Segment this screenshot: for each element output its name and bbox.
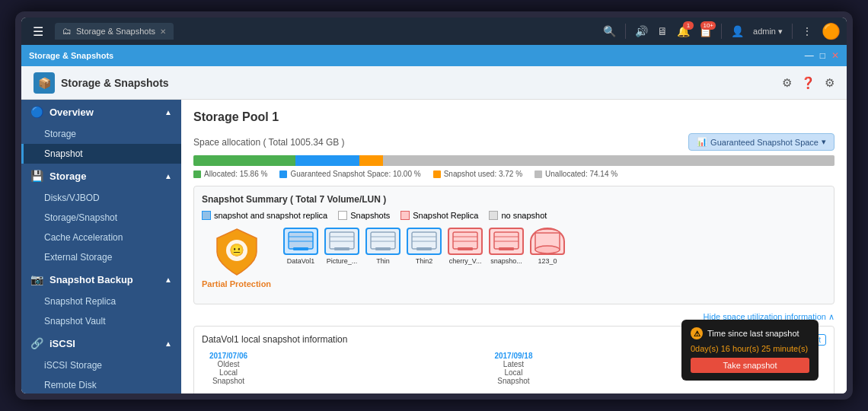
legend-snap-replica2: Snapshot Replica [400, 211, 478, 220]
allocated-dot [193, 170, 201, 178]
taskbar-right: 🔍 🔊 🖥 🔔 1 📋 10+ 👤 admin ▾ [603, 22, 841, 40]
more-icon[interactable]: ⋮ [802, 25, 812, 37]
display-icon[interactable]: 🖥 [657, 25, 668, 37]
iscsi-arrow: ▲ [164, 339, 172, 348]
snapshot-legend: snapshot and snapshot replica Snapshots … [202, 211, 826, 220]
guaranteed-snapshot-button[interactable]: 📊 Guaranteed Snapshot Space ▾ [688, 133, 834, 151]
shield-icon: 😐 [214, 228, 260, 276]
vol-icon-thin2 [407, 228, 442, 255]
oldest-label: Oldest [209, 360, 247, 368]
vol-item-snapsho[interactable]: snapsho... [489, 228, 524, 265]
app-title: Storage & Snapshots [61, 77, 169, 89]
overview-label: Overview [49, 107, 94, 118]
vol-item-123[interactable]: 123_0 [530, 228, 565, 265]
search-icon[interactable]: 🔍 [603, 25, 616, 37]
volume-icons: DataVol1 Picture_... [283, 228, 565, 265]
app-tab[interactable]: 🗂 Storage & Snapshots ✕ [55, 23, 174, 40]
gear-icon[interactable]: ⚙ [825, 76, 834, 90]
app-header-right: ⚙ ❓ ⚙ [782, 76, 834, 90]
sidebar-item-external[interactable]: External Storage [21, 247, 181, 267]
sidebar-item-storage[interactable]: Storage [21, 124, 181, 144]
divider [625, 24, 626, 39]
svg-rect-18 [453, 232, 477, 249]
guaranteed-btn-label: Guaranteed Snapshot Space [710, 138, 819, 147]
tab-close-icon[interactable]: ✕ [160, 27, 166, 36]
shield-container: 😐 Partial Protection [202, 228, 271, 288]
avatar-icon[interactable]: 🟠 [822, 22, 841, 40]
sidebar-overview[interactable]: 🔵 Overview ▲ [21, 100, 181, 124]
svg-rect-25 [499, 247, 514, 250]
toast-header-row: ⚠ Time since last snapshot [691, 327, 809, 339]
notification-icon[interactable]: 🔔 1 [677, 25, 690, 37]
latest-date-group: 2017/09/18 Latest Local Snapshot [494, 352, 532, 385]
sidebar-item-snapshot[interactable]: Snapshot [21, 144, 181, 164]
vol-icon-snapsho [489, 228, 524, 255]
apps-icon[interactable]: 📋 10+ [699, 25, 712, 37]
toast-time: 0day(s) 16 hour(s) 25 minute(s) [691, 344, 809, 353]
guaranteed-bar [295, 155, 359, 166]
admin-dropdown-icon: ▾ [778, 27, 783, 37]
menu-button[interactable]: ☰ [27, 21, 49, 42]
guaranteed-dropdown-icon: ▾ [822, 137, 826, 147]
sidebar-iscsi[interactable]: 🔗 iSCSI ▲ [21, 331, 181, 355]
legend-allocated: Allocated: 15.86 % [193, 170, 267, 178]
vol-icon-123 [530, 228, 565, 255]
apps-badge: 10+ [700, 21, 716, 30]
taskbar: ☰ 🗂 Storage & Snapshots ✕ 🔍 🔊 🖥 🔔 1 📋 10… [21, 18, 847, 45]
sidebar-item-iscsi-storage[interactable]: iSCSI Storage [21, 355, 181, 375]
storage-icon: 💾 [30, 170, 43, 182]
no-snap-label: no snapshot [501, 211, 547, 220]
window-bar: Storage & Snapshots — □ ✕ [21, 45, 847, 66]
sidebar-storage-section[interactable]: 💾 Storage ▲ [21, 164, 181, 188]
settings-icon[interactable]: ⚙ [782, 76, 792, 90]
space-legend: Allocated: 15.86 % Guaranteed Snapshot S… [193, 170, 834, 178]
app-logo: 📦 Storage & Snapshots [34, 72, 169, 94]
app-area: 📦 Storage & Snapshots ⚙ ❓ ⚙ 🔵 Overview ▲ [21, 66, 847, 393]
oldest-date: 2017/07/06 [209, 352, 247, 360]
snapshot-used-label: Snapshot used: 3.72 % [444, 170, 522, 178]
sidebar-item-snapshot-vault[interactable]: Snapshot Vault [21, 311, 181, 331]
legend-snap-replica: snapshot and snapshot replica [202, 211, 327, 220]
storage-arrow: ▲ [164, 172, 172, 180]
legend-no-snapshot: no snapshot [489, 211, 547, 220]
tab-icon: 🗂 [62, 26, 72, 37]
snapshots-box [338, 211, 347, 220]
sidebar: 🔵 Overview ▲ Storage Snapshot 💾 Storage … [21, 100, 181, 393]
oldest-date-group: 2017/07/06 Oldest Local Snapshot [209, 352, 247, 385]
datavol-title: DataVol1 local snapshot information [202, 334, 347, 346]
vol-label-123: 123_0 [538, 257, 557, 265]
snapshot-backup-label: Snapshot Backup [49, 274, 133, 285]
partial-protection-text: Partial Protection [202, 279, 271, 288]
snapshot-summary: Snapshot Summary ( Total 7 Volume/LUN ) … [193, 186, 834, 304]
volume-icon[interactable]: 🔊 [635, 25, 648, 37]
sidebar-item-snapshot-replica[interactable]: Snapshot Replica [21, 292, 181, 311]
minimize-button[interactable]: — [805, 50, 814, 61]
toast-warning-icon: ⚠ [691, 327, 703, 339]
vol-item-picture[interactable]: Picture_... [324, 228, 359, 265]
vol-item-thin2[interactable]: Thin2 [407, 228, 442, 265]
snap-replica2-box [400, 211, 410, 220]
maximize-button[interactable]: □ [820, 50, 825, 61]
space-header: Space allocation ( Total 1005.34 GB ) 📊 … [193, 133, 834, 151]
vol-icon-cherry [448, 228, 483, 255]
sidebar-item-storage-snapshot[interactable]: Storage/Snapshot [21, 208, 181, 228]
take-snapshot-button[interactable]: Take snapshot [691, 358, 809, 373]
sidebar-snapshot-backup[interactable]: 📷 Snapshot Backup ▲ [21, 267, 181, 292]
divider2 [721, 24, 722, 39]
sidebar-item-remote-disk[interactable]: Remote Disk [21, 375, 181, 393]
admin-dropdown[interactable]: admin ▾ [753, 27, 783, 37]
vol-item-cherry[interactable]: cherry_V... [448, 228, 483, 265]
app-header: 📦 Storage & Snapshots ⚙ ❓ ⚙ [21, 66, 847, 100]
close-button[interactable]: ✕ [831, 50, 839, 61]
vol-item-thin[interactable]: Thin [365, 228, 400, 265]
content-area: 🔵 Overview ▲ Storage Snapshot 💾 Storage … [21, 100, 847, 393]
sidebar-item-disks[interactable]: Disks/VJBOD [21, 188, 181, 208]
space-section: Space allocation ( Total 1005.34 GB ) 📊 … [193, 133, 834, 178]
sidebar-item-cache[interactable]: Cache Acceleration [21, 228, 181, 247]
help-icon[interactable]: ❓ [801, 76, 815, 90]
vol-item-datavol1[interactable]: DataVol1 [283, 228, 318, 265]
svg-rect-10 [371, 232, 395, 249]
user-icon[interactable]: 👤 [731, 25, 744, 37]
legend-unallocated: Unallocated: 74.14 % [535, 170, 617, 178]
latest-sub: Local [494, 368, 532, 377]
